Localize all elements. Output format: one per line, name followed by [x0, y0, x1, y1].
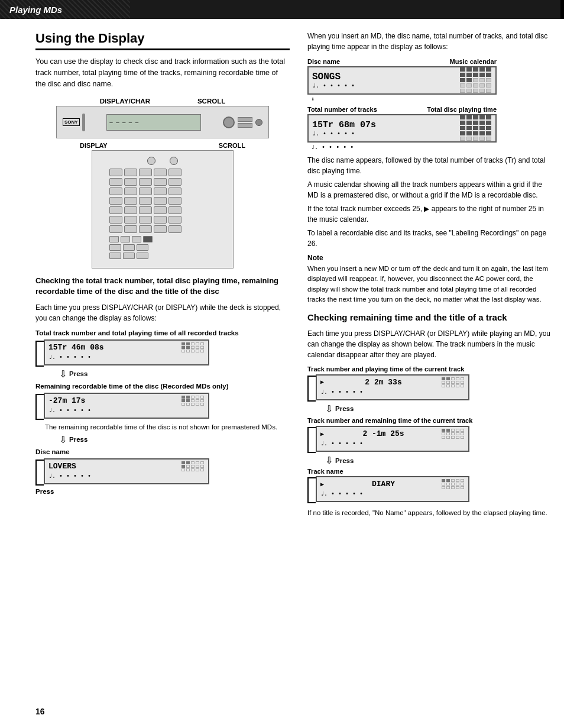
step2-display-main: -27m 17s [48, 396, 85, 405]
track-press1-row: ⇩ Press [325, 403, 552, 415]
subsection2-title: Checking remaining time and the title of… [307, 312, 552, 323]
step1-display-top: 15Tr 46m 08s [48, 342, 205, 352]
step1-label-container: Total track number and total playing tim… [35, 328, 290, 337]
track-press2-row: ⇩ Press [325, 455, 552, 466]
desc-p2: A music calendar showing all the track n… [307, 179, 552, 200]
total-time-label: Total disc playing time [427, 106, 497, 113]
step1-grid [181, 342, 205, 352]
page-number: 16 [35, 707, 45, 716]
total-sub: ♩. • • • • • [312, 130, 376, 137]
note-text: When you insert a new MD or turn off the… [307, 264, 552, 305]
press2-row: ⇩ Press [59, 434, 290, 445]
disc-name-label: Disc name [307, 58, 340, 65]
step2-grid [181, 396, 205, 406]
btn-circle-1 [147, 157, 155, 165]
btn2 [238, 123, 252, 128]
press1-row: ⇩ Press [59, 368, 290, 380]
device-left-section: SONY [63, 114, 85, 131]
grid-row-6 [109, 216, 216, 224]
left-column: Using the Display You can use the displa… [0, 31, 302, 518]
grid-row-8 [109, 236, 216, 242]
press2-label: Press [69, 436, 87, 443]
track-display1-top: ▶ 2 2m 33s [320, 377, 465, 387]
track-press1-arrow: ⇩ [325, 403, 333, 415]
device-buttons [238, 117, 252, 128]
step2-display-row: -27m 17s [35, 393, 290, 420]
music-calendar-label: Music calendar [450, 58, 497, 65]
step2-label-container: Remaining recordable time of the disc (R… [35, 381, 290, 390]
step3-display: LOVERS [44, 458, 209, 484]
disc-section: Disc name Music calendar SONGS ♩. • • • … [307, 58, 552, 102]
music-calendar-grid [460, 67, 492, 93]
step3-grid [181, 461, 205, 471]
display-label-side: DISPLAY [80, 142, 108, 149]
device-right-section [223, 117, 262, 128]
device-knob [223, 117, 235, 128]
track-bracket2 [307, 427, 316, 453]
diagram-side-labels: DISPLAY SCROLL [80, 142, 245, 149]
top-btns [147, 157, 178, 165]
track-grid3 [442, 479, 465, 489]
intro-text: You can use the display to check disc an… [35, 56, 290, 89]
track-display2-sub: ♩. • • • • • [320, 440, 465, 447]
device-display: — — — — — [106, 114, 201, 131]
step3-display-sub: ♩. • • • • • [48, 473, 205, 480]
step3-label: Disc name [35, 448, 70, 455]
disc-arrow-note: ⬇ [307, 96, 552, 102]
subsection1-body: Each time you press DISPLAY/CHAR (or DIS… [35, 302, 290, 323]
step1-display-sub: ♩. • • • • • [48, 354, 205, 361]
note-title: Note [307, 254, 552, 262]
track-press2-label: Press [335, 457, 354, 464]
sony-logo: SONY [63, 118, 80, 126]
main-content: Using the Display You can use the displa… [0, 19, 564, 518]
step2-label: Remaining recordable time of the disc (R… [35, 383, 229, 390]
right-intro: When you insert an MD, the disc name, to… [307, 31, 552, 52]
press2-arrow: ⇩ [59, 434, 67, 445]
step3-label-container: Disc name [35, 447, 290, 456]
track-step2-label: Track number and remaining time of the c… [307, 416, 552, 425]
track-step2-row: ▶ 2 -1m 25s [307, 426, 552, 453]
device-knob2 [255, 119, 262, 126]
desc-p1: The disc name appears, followed by the t… [307, 155, 552, 176]
grid-row-10 [109, 253, 216, 259]
total-sub-text: ♩. • • • • • [307, 144, 552, 150]
disc-name-text: SONGS [312, 72, 355, 82]
device-slot [82, 114, 85, 131]
track-display1-sub: ♩. • • • • • [320, 389, 465, 396]
track-step1-label: Track number and playing time of the cur… [307, 365, 552, 373]
track-display3: ▶ DIARY [316, 476, 469, 502]
grid-row-2 [109, 178, 216, 186]
device-top-diagram: SONY — — — — — [56, 106, 269, 138]
track-display2-top: ▶ 2 -1m 25s [320, 429, 465, 439]
track-press1-label: Press [335, 405, 354, 412]
btn1 [238, 117, 252, 122]
play-arrow3: ▶ [320, 481, 324, 488]
track-grid1 [442, 377, 465, 387]
device-front-panel [92, 150, 234, 268]
disc-sub: ♩. • • • • • [312, 82, 355, 89]
step3-display-main: LOVERS [48, 462, 76, 471]
subsection2-body: Each time you press DISPLAY/CHAR (or DIS… [307, 328, 552, 360]
step3-display-top: LOVERS [48, 461, 205, 471]
desc-p4: To label a recordable disc and its track… [307, 228, 552, 249]
step2-bracket [35, 394, 44, 420]
step1-display-main: 15Tr 46m 08s [48, 343, 104, 352]
track-display3-sub: ♩. • • • • • [320, 490, 465, 497]
header-bar [560, 0, 564, 19]
header: Playing MDs [0, 0, 564, 19]
total-display-main: 15Tr 68m 07s [312, 120, 376, 130]
step1-label: Total track number and total playing tim… [35, 329, 239, 337]
subsection1-title: Checking the total track number, total d… [35, 276, 290, 297]
disc-display-box: SONGS ♩. • • • • • [307, 66, 497, 95]
track-display2: ▶ 2 -1m 25s [316, 426, 469, 452]
play-arrow2: ▶ [320, 431, 324, 438]
total-section: Total number of tracks Total disc playin… [307, 106, 552, 150]
track-display1: ▶ 2 2m 33s [316, 374, 469, 400]
track-step3-label: Track name [307, 468, 552, 475]
grid-row-9 [109, 244, 216, 251]
track-display2-main: 2 -1m 25s [362, 429, 404, 438]
track-bracket3 [307, 477, 316, 503]
disc-labels: Disc name Music calendar [307, 58, 497, 65]
grid-row-4 [109, 197, 216, 205]
step1-display: 15Tr 46m 08s [44, 339, 209, 365]
